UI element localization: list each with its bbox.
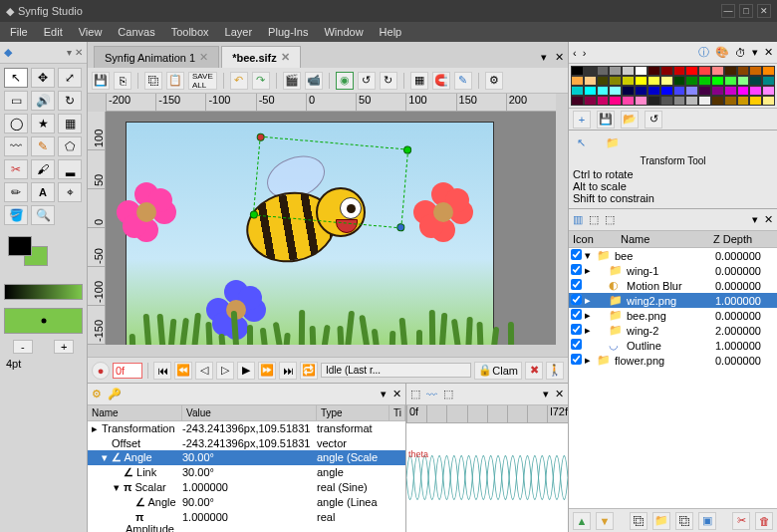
redo-button[interactable]: ↷ <box>252 72 270 90</box>
palette-color[interactable] <box>609 86 622 96</box>
maximize-button[interactable]: □ <box>739 4 753 18</box>
layers-undock-icon[interactable]: ▾ <box>752 213 758 226</box>
width-tool[interactable]: ▂ <box>58 159 82 179</box>
palette-color[interactable] <box>584 76 597 86</box>
grid-toggle[interactable]: ▦ <box>410 72 428 90</box>
rotate-tool[interactable]: ↻ <box>58 91 82 111</box>
layer-new-button[interactable]: ⿻ <box>630 512 648 530</box>
rpanel-close-icon[interactable]: ✕ <box>764 46 773 59</box>
palette-color[interactable] <box>762 96 775 106</box>
palette-color[interactable] <box>571 76 584 86</box>
transform-scale-handle[interactable] <box>396 223 405 232</box>
layer-raise-button[interactable]: ▲ <box>573 512 591 530</box>
palette-color[interactable] <box>724 66 737 76</box>
seek-next-button[interactable]: ▶ <box>237 362 255 380</box>
expand-icon[interactable]: ▾ <box>102 451 112 464</box>
layers-tab1-icon[interactable]: ▥ <box>573 213 583 226</box>
keyframes-tab-icon[interactable]: 🔑 <box>108 388 122 400</box>
curves-body[interactable]: theta <box>406 423 568 532</box>
palette-color[interactable] <box>584 96 597 106</box>
palette-color[interactable] <box>749 96 762 106</box>
palette-color[interactable] <box>749 66 762 76</box>
params-close-icon[interactable]: ✕ <box>392 388 401 400</box>
layers-tab2-icon[interactable]: ⬚ <box>589 213 599 226</box>
palette-color[interactable] <box>635 86 648 96</box>
transform-origin-handle[interactable] <box>256 133 265 141</box>
layer-expand-icon[interactable]: ▸ <box>585 354 597 367</box>
palette-color[interactable] <box>571 96 584 106</box>
layers-col-icon[interactable]: Icon <box>573 233 621 245</box>
layer-cut-button[interactable]: ✂ <box>732 512 750 530</box>
text-tool[interactable]: A <box>31 182 55 202</box>
palette-color[interactable] <box>648 86 660 96</box>
menu-edit[interactable]: Edit <box>36 24 71 40</box>
menu-plug-ins[interactable]: Plug-Ins <box>260 24 316 40</box>
tab-document[interactable]: Synfig Animation 1✕ <box>94 46 219 68</box>
param-row[interactable]: π Amplitude1.000000real <box>88 510 405 532</box>
palette-color[interactable] <box>737 96 750 106</box>
nav-fwd-icon[interactable]: › <box>583 47 587 59</box>
palette-color[interactable] <box>597 86 610 96</box>
layer-visible-checkbox[interactable] <box>571 249 582 260</box>
palette-color[interactable] <box>622 86 635 96</box>
tab-close-icon[interactable]: ✕ <box>199 51 208 64</box>
preview-button[interactable]: 📹 <box>305 72 323 90</box>
transform-bounding-box[interactable] <box>253 136 408 229</box>
layer-group-button[interactable]: 📁 <box>652 512 670 530</box>
sound-tool[interactable]: 🔊 <box>31 91 55 111</box>
zoom-tool[interactable]: 🔍 <box>31 205 55 225</box>
seek-prev-button[interactable]: ◁ <box>195 362 213 380</box>
undo-button[interactable]: ↶ <box>230 72 248 90</box>
menu-file[interactable]: File <box>2 24 36 40</box>
params-undock-icon[interactable]: ▾ <box>381 388 387 400</box>
layer-row[interactable]: ▾📁bee0.000000 <box>569 248 777 263</box>
menu-help[interactable]: Help <box>372 24 410 40</box>
params-col-name[interactable]: Name <box>88 405 182 420</box>
seek-end-button[interactable]: ⏭ <box>279 362 297 380</box>
lock-kf-toggle[interactable]: 🔒Clam <box>474 362 522 380</box>
onion-toggle[interactable]: ◉ <box>336 72 354 90</box>
layer-expand-icon[interactable]: ▸ <box>585 264 597 277</box>
scale-tool[interactable]: ⤢ <box>58 68 82 88</box>
gradient-swatch[interactable] <box>4 284 83 300</box>
palette-color[interactable] <box>635 76 648 86</box>
gradient-tool[interactable]: ▦ <box>58 114 82 133</box>
palette-color[interactable] <box>737 76 750 86</box>
layer-lower-button[interactable]: ▼ <box>596 512 614 530</box>
palette-color[interactable] <box>584 66 597 76</box>
seek-prev-kf-button[interactable]: ⏪ <box>174 362 192 380</box>
palette-default-icon[interactable]: ↺ <box>645 111 662 129</box>
layer-delete-button[interactable]: 🗑 <box>755 512 773 530</box>
layer-visible-checkbox[interactable] <box>571 324 582 335</box>
param-row[interactable]: ∠ Link30.00°angle <box>88 465 405 480</box>
palette-color[interactable] <box>711 66 724 76</box>
curves-undock-icon[interactable]: ▾ <box>543 388 549 400</box>
layer-expand-icon[interactable]: ▸ <box>585 324 597 337</box>
minimize-button[interactable]: — <box>721 4 735 18</box>
palette-color[interactable] <box>749 86 762 96</box>
palette-color[interactable] <box>698 76 711 86</box>
palette-color[interactable] <box>635 96 648 106</box>
size-increase-button[interactable]: + <box>54 340 74 354</box>
palette-color[interactable] <box>749 76 762 86</box>
tab-close-icon[interactable]: ✕ <box>281 51 290 64</box>
canvas[interactable] <box>106 112 556 345</box>
layer-row[interactable]: ▸📁bee.png0.000000 <box>569 308 777 323</box>
onion-future-button[interactable]: ↻ <box>380 72 397 90</box>
curves-tab3-icon[interactable]: ⬚ <box>443 388 453 400</box>
menu-window[interactable]: Window <box>316 24 371 40</box>
palette-color[interactable] <box>597 66 610 76</box>
palette-color[interactable] <box>673 86 686 96</box>
layers-col-name[interactable]: Name <box>621 233 713 245</box>
smooth-move-tool[interactable]: ✥ <box>31 68 55 88</box>
size-decrease-button[interactable]: - <box>13 340 33 354</box>
palette-color[interactable] <box>685 96 698 106</box>
layer-dup-button[interactable]: ⿻ <box>675 512 693 530</box>
palette-color[interactable] <box>609 76 622 86</box>
palette-add-icon[interactable]: + <box>573 111 591 129</box>
save-button[interactable]: 💾 <box>92 72 110 90</box>
nav-back-icon[interactable]: ‹ <box>573 47 577 59</box>
current-frame-input[interactable] <box>113 363 142 379</box>
paste-button[interactable]: 📋 <box>166 72 184 90</box>
star-tool[interactable]: ★ <box>31 114 55 133</box>
